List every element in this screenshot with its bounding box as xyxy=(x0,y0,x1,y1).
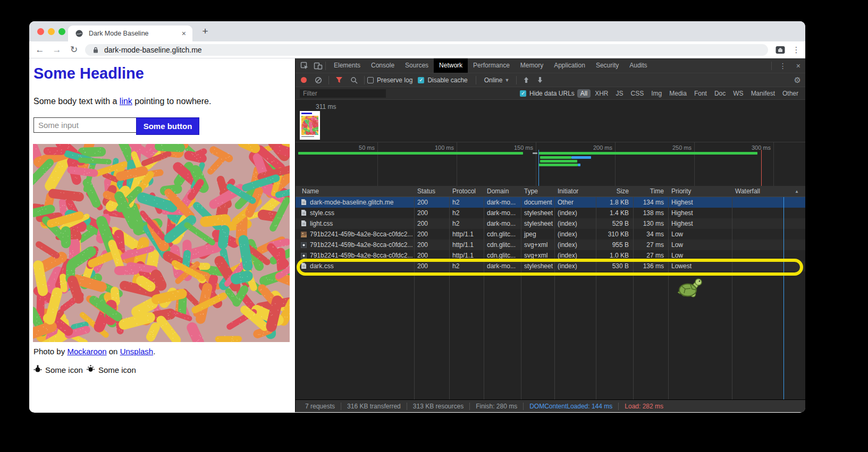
table-row-791b2241-459b-4a2e-8cca-c0fdc2...[interactable]: 791b2241-459b-4a2e-8cca-c0fdc2...200http… xyxy=(296,250,805,261)
forward-button[interactable]: → xyxy=(50,43,64,57)
divider xyxy=(325,62,326,70)
filter-pill-img[interactable]: Img xyxy=(648,89,665,98)
column-header-priority[interactable]: Priority xyxy=(668,186,732,197)
devtools-tab-performance[interactable]: Performance xyxy=(468,58,515,73)
column-header-status[interactable]: Status xyxy=(414,186,449,197)
hide-data-urls-checkbox[interactable]: ✓ xyxy=(520,90,526,97)
column-header-domain[interactable]: Domain xyxy=(484,186,521,197)
document-file-icon xyxy=(301,262,307,272)
close-window-button[interactable] xyxy=(37,28,44,35)
lock-icon[interactable] xyxy=(92,46,99,54)
new-tab-button[interactable]: + xyxy=(198,24,212,38)
filter-pill-xhr[interactable]: XHR xyxy=(592,89,611,98)
overview-gridline xyxy=(536,142,536,186)
record-network-log-button[interactable] xyxy=(301,77,307,83)
credit-link-mockaroon[interactable]: Mockaroon xyxy=(67,347,106,356)
tab-close-icon[interactable]: × xyxy=(182,30,186,37)
status-cell: 200 xyxy=(414,197,449,208)
devtools-tab-network[interactable]: Network xyxy=(434,58,468,73)
name-cell: 791b2241-459b-4a2e-8cca-c0fdc2... xyxy=(296,250,414,262)
filter-pill-media[interactable]: Media xyxy=(666,89,690,98)
column-header-initiator[interactable]: Initiator xyxy=(554,186,596,197)
export-har-icon[interactable] xyxy=(533,76,547,83)
filmstrip-thumbnail[interactable] xyxy=(300,111,320,140)
overview-blue-bar xyxy=(578,164,580,166)
filter-pill-font[interactable]: Font xyxy=(691,89,710,98)
back-button[interactable]: ← xyxy=(33,43,47,57)
table-row-light.css[interactable]: light.css200h2dark-mo...stylesheet(index… xyxy=(296,218,805,229)
filter-pill-other[interactable]: Other xyxy=(779,89,802,98)
browser-tab[interactable]: Dark Mode Baseline × xyxy=(68,25,192,41)
protocol-cell: http/1.1 xyxy=(449,229,484,240)
devtools-tab-audits[interactable]: Audits xyxy=(624,58,652,73)
overview-green-bar xyxy=(539,152,757,155)
zoom-window-button[interactable] xyxy=(58,28,65,35)
filter-pill-all[interactable]: All xyxy=(577,89,591,98)
reload-button[interactable]: ↻ xyxy=(67,43,81,57)
initiator-cell: (index) xyxy=(554,250,596,261)
filter-pill-manifest[interactable]: Manifest xyxy=(748,89,778,98)
devtools-tab-console[interactable]: Console xyxy=(366,58,400,73)
column-header-protocol[interactable]: Protocol xyxy=(449,186,484,197)
type-cell: stylesheet xyxy=(521,261,554,271)
filter-pill-css[interactable]: CSS xyxy=(628,89,647,98)
column-header-size[interactable]: Size xyxy=(596,186,633,197)
filter-pill-js[interactable]: JS xyxy=(613,89,627,98)
clear-icon[interactable] xyxy=(311,76,326,84)
device-toolbar-icon[interactable] xyxy=(314,62,323,70)
domain-cell: dark-mo... xyxy=(484,208,521,218)
table-row-791b2241-459b-4a2e-8cca-c0fdc2...[interactable]: 791b2241-459b-4a2e-8cca-c0fdc2...200http… xyxy=(296,229,805,240)
search-icon[interactable] xyxy=(347,76,361,84)
table-row-dark.css[interactable]: dark.css200h2dark-mo...stylesheet(index)… xyxy=(296,261,805,271)
devtools-tab-elements[interactable]: Elements xyxy=(328,58,366,73)
filter-funnel-icon[interactable] xyxy=(332,76,347,83)
demo-button[interactable]: Some button xyxy=(136,117,199,135)
chevron-down-icon[interactable]: ▼ xyxy=(504,78,509,83)
type-cell: stylesheet xyxy=(521,218,554,229)
protocol-cell: http/1.1 xyxy=(449,240,484,250)
import-har-icon[interactable] xyxy=(519,76,533,83)
devtools-close-icon[interactable]: × xyxy=(791,62,805,70)
browser-menu-kebab-icon[interactable]: ⋮ xyxy=(789,43,803,57)
network-filter-input[interactable] xyxy=(300,89,386,98)
column-header-waterfall[interactable]: Waterfall xyxy=(732,186,802,197)
inspect-element-icon[interactable] xyxy=(300,62,309,70)
overview-gridline xyxy=(457,142,457,186)
demo-text-input[interactable] xyxy=(33,117,138,133)
column-header-time[interactable]: Time xyxy=(633,186,668,197)
devtools-tab-memory[interactable]: Memory xyxy=(515,58,549,73)
address-bar[interactable]: dark-mode-baseline.glitch.me xyxy=(85,44,768,56)
filter-pill-doc[interactable]: Doc xyxy=(711,89,729,98)
devtools-tab-application[interactable]: Application xyxy=(549,58,591,73)
disable-cache-label[interactable]: Disable cache xyxy=(427,76,467,84)
profile-button[interactable] xyxy=(776,46,785,56)
column-header-name[interactable]: Name xyxy=(296,186,414,197)
minimize-window-button[interactable] xyxy=(48,28,55,35)
domain-cell: dark-mo... xyxy=(484,197,521,208)
column-header-type[interactable]: Type xyxy=(521,186,554,197)
preserve-log-checkbox[interactable] xyxy=(367,77,374,83)
throttling-dropdown[interactable]: Online xyxy=(484,76,503,84)
devtools-menu-kebab-icon[interactable]: ⋮ xyxy=(774,62,791,70)
disable-cache-checkbox[interactable]: ✓ xyxy=(418,77,424,83)
network-toolbar: Preserve log ✓ Disable cache Online ▼ ⚙ xyxy=(296,73,805,87)
thumb-text-stripe xyxy=(301,136,314,137)
filter-pill-ws[interactable]: WS xyxy=(730,89,746,98)
network-settings-gear-icon[interactable]: ⚙ xyxy=(794,75,801,85)
body-link[interactable]: link xyxy=(120,97,132,106)
priority-cell: Low xyxy=(668,240,732,250)
domain-cell: cdn.glitc... xyxy=(484,250,521,261)
network-overview-graph[interactable]: 50 ms100 ms150 ms200 ms250 ms300 ms xyxy=(296,142,805,186)
table-row-style.css[interactable]: style.css200h2dark-mo...stylesheet(index… xyxy=(296,208,805,218)
table-row-791b2241-459b-4a2e-8cca-c0fdc2...[interactable]: 791b2241-459b-4a2e-8cca-c0fdc2...200http… xyxy=(296,240,805,250)
credit-link-unsplash[interactable]: Unsplash xyxy=(120,347,154,356)
document-file-icon xyxy=(301,209,307,219)
preserve-log-label[interactable]: Preserve log xyxy=(377,76,412,84)
hide-data-urls-label[interactable]: Hide data URLs xyxy=(529,90,575,97)
table-row-dark-mode-baseline.glitch.me[interactable]: dark-mode-baseline.glitch.me200h2dark-mo… xyxy=(296,197,805,208)
divider xyxy=(516,76,517,84)
devtools-tab-sources[interactable]: Sources xyxy=(400,58,434,73)
name-cell: dark.css xyxy=(296,261,414,272)
devtools-tab-security[interactable]: Security xyxy=(591,58,624,73)
icon-label-2: Some icon xyxy=(98,365,136,374)
